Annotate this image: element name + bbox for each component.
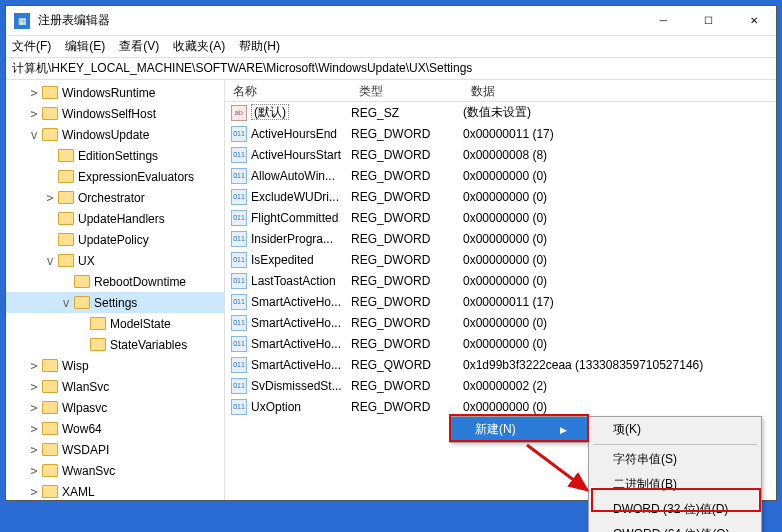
tree-item[interactable]: UpdateHandlers <box>6 208 224 229</box>
folder-icon <box>42 464 58 477</box>
context-submenu[interactable]: 项(K) 字符串值(S) 二进制值(B) DWORD (32 位)值(D) QW… <box>588 416 762 532</box>
menu-favorites[interactable]: 收藏夹(A) <box>173 38 225 55</box>
tree-label: WSDAPI <box>62 443 109 457</box>
tree-item[interactable]: >Orchestrator <box>6 187 224 208</box>
tree-label: RebootDowntime <box>94 275 186 289</box>
value-name: InsiderProgra... <box>251 232 333 246</box>
tree-item[interactable]: EditionSettings <box>6 145 224 166</box>
value-type: REG_DWORD <box>351 379 463 393</box>
tree-item[interactable]: >WSDAPI <box>6 439 224 460</box>
expander-icon[interactable]: > <box>28 359 40 373</box>
expander-icon[interactable]: > <box>44 191 56 205</box>
tree-item[interactable]: >Wisp <box>6 355 224 376</box>
tree-item[interactable]: RebootDowntime <box>6 271 224 292</box>
list-row[interactable]: 011FlightCommittedREG_DWORD0x00000000 (0… <box>225 207 776 228</box>
expander-icon[interactable]: > <box>28 107 40 121</box>
folder-icon <box>58 233 74 246</box>
value-icon: 011 <box>231 378 247 394</box>
tree-label: WindowsSelfHost <box>62 107 156 121</box>
list-row[interactable]: 011ExcludeWUDri...REG_DWORD0x00000000 (0… <box>225 186 776 207</box>
context-menu[interactable]: 新建(N) ▶ <box>450 416 588 443</box>
menu-file[interactable]: 文件(F) <box>12 38 51 55</box>
submenu-string[interactable]: 字符串值(S) <box>589 447 761 472</box>
list-row[interactable]: 011InsiderProgra...REG_DWORD0x00000000 (… <box>225 228 776 249</box>
list-row[interactable]: 011UxOptionREG_DWORD0x00000000 (0) <box>225 396 776 417</box>
tree-label: StateVariables <box>110 338 187 352</box>
list-row[interactable]: 011SmartActiveHo...REG_DWORD0x00000011 (… <box>225 291 776 312</box>
value-name: LastToastAction <box>251 274 336 288</box>
tree-item[interactable]: vWindowsUpdate <box>6 124 224 145</box>
tree-item[interactable]: StateVariables <box>6 334 224 355</box>
list-row[interactable]: 011ActiveHoursStartREG_DWORD0x00000008 (… <box>225 144 776 165</box>
value-name: SmartActiveHo... <box>251 316 341 330</box>
folder-icon <box>42 485 58 498</box>
folder-icon <box>74 296 90 309</box>
context-menu-new[interactable]: 新建(N) ▶ <box>451 417 587 442</box>
submenu-qword[interactable]: QWORD (64 位)值(Q) <box>589 522 761 532</box>
value-data: (数值未设置) <box>463 104 776 121</box>
folder-icon <box>58 191 74 204</box>
submenu-dword[interactable]: DWORD (32 位)值(D) <box>589 497 761 522</box>
expander-icon[interactable]: > <box>28 443 40 457</box>
tree-item[interactable]: vUX <box>6 250 224 271</box>
close-button[interactable]: ✕ <box>731 6 776 36</box>
expander-icon[interactable]: > <box>28 464 40 478</box>
addressbar[interactable]: 计算机\HKEY_LOCAL_MACHINE\SOFTWARE\Microsof… <box>6 58 776 80</box>
column-header-data[interactable]: 数据 <box>463 80 776 101</box>
folder-icon <box>42 86 58 99</box>
column-header-type[interactable]: 类型 <box>351 80 463 101</box>
value-type: REG_DWORD <box>351 190 463 204</box>
list-row[interactable]: 011SmartActiveHo...REG_QWORD0x1d99b3f322… <box>225 354 776 375</box>
submenu-key[interactable]: 项(K) <box>589 417 761 442</box>
value-name: SmartActiveHo... <box>251 337 341 351</box>
tree-item[interactable]: UpdatePolicy <box>6 229 224 250</box>
menu-view[interactable]: 查看(V) <box>119 38 159 55</box>
expander-icon[interactable]: > <box>28 86 40 100</box>
expander-icon[interactable]: > <box>28 380 40 394</box>
list-row[interactable]: 011ActiveHoursEndREG_DWORD0x00000011 (17… <box>225 123 776 144</box>
tree-view[interactable]: >WindowsRuntime>WindowsSelfHostvWindowsU… <box>6 80 225 500</box>
tree-item[interactable]: >WindowsSelfHost <box>6 103 224 124</box>
tree-label: XAML <box>62 485 95 499</box>
tree-item[interactable]: >WlanSvc <box>6 376 224 397</box>
tree-label: UpdateHandlers <box>78 212 165 226</box>
list-row[interactable]: 011LastToastActionREG_DWORD0x00000000 (0… <box>225 270 776 291</box>
tree-item[interactable]: >Wlpasvc <box>6 397 224 418</box>
minimize-button[interactable]: ─ <box>641 6 686 36</box>
tree-item[interactable]: vSettings <box>6 292 224 313</box>
list-row[interactable]: 011SmartActiveHo...REG_DWORD0x00000000 (… <box>225 333 776 354</box>
expander-icon[interactable]: > <box>28 401 40 415</box>
expander-icon[interactable]: > <box>28 485 40 499</box>
tree-item[interactable]: ExpressionEvaluators <box>6 166 224 187</box>
tree-label: Settings <box>94 296 137 310</box>
list-row[interactable]: 011SvDismissedSt...REG_DWORD0x00000002 (… <box>225 375 776 396</box>
expander-icon[interactable]: v <box>60 296 72 310</box>
list-row[interactable]: 011AllowAutoWin...REG_DWORD0x00000000 (0… <box>225 165 776 186</box>
tree-item[interactable]: >WwanSvc <box>6 460 224 481</box>
list-row[interactable]: ab(默认)REG_SZ(数值未设置) <box>225 102 776 123</box>
tree-label: WwanSvc <box>62 464 115 478</box>
tree-item[interactable]: >WindowsRuntime <box>6 82 224 103</box>
tree-item[interactable]: >Wow64 <box>6 418 224 439</box>
folder-icon <box>74 275 90 288</box>
list-row[interactable]: 011SmartActiveHo...REG_DWORD0x00000000 (… <box>225 312 776 333</box>
column-header-name[interactable]: 名称 <box>225 80 351 101</box>
value-name: ExcludeWUDri... <box>251 190 339 204</box>
menu-edit[interactable]: 编辑(E) <box>65 38 105 55</box>
menu-help[interactable]: 帮助(H) <box>239 38 280 55</box>
expander-icon[interactable]: > <box>28 422 40 436</box>
folder-icon <box>42 359 58 372</box>
maximize-button[interactable]: ☐ <box>686 6 731 36</box>
tree-item[interactable]: >XAML <box>6 481 224 500</box>
context-menu-new-label: 新建(N) <box>475 421 516 438</box>
expander-icon[interactable]: v <box>28 128 40 142</box>
tree-item[interactable]: ModelState <box>6 313 224 334</box>
submenu-binary[interactable]: 二进制值(B) <box>589 472 761 497</box>
value-data: 0x1d99b3f3222ceaa (133308359710527146) <box>463 358 776 372</box>
folder-icon <box>42 128 58 141</box>
expander-icon[interactable]: v <box>44 254 56 268</box>
titlebar: ▦ 注册表编辑器 ─ ☐ ✕ <box>6 6 776 36</box>
value-data: 0x00000000 (0) <box>463 169 776 183</box>
value-data: 0x00000008 (8) <box>463 148 776 162</box>
list-row[interactable]: 011IsExpeditedREG_DWORD0x00000000 (0) <box>225 249 776 270</box>
